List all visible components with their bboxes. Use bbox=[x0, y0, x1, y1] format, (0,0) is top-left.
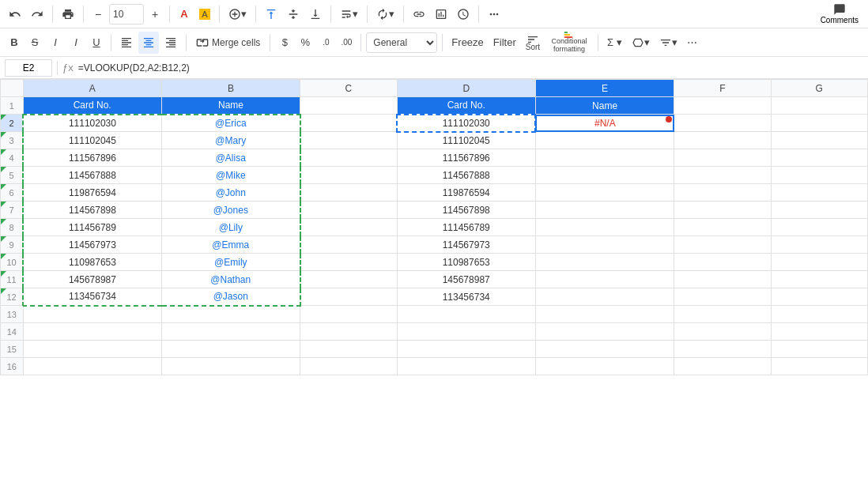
table-cell[interactable]: 111567896 bbox=[23, 149, 161, 167]
table-cell[interactable] bbox=[23, 341, 161, 358]
table-cell[interactable] bbox=[397, 358, 535, 375]
table-cell[interactable] bbox=[771, 288, 867, 306]
col-header-F[interactable]: F bbox=[674, 80, 771, 97]
more2-button[interactable]: ⋯ bbox=[683, 32, 702, 54]
table-cell[interactable] bbox=[771, 149, 867, 167]
font-color-button[interactable]: A bbox=[175, 3, 194, 25]
table-cell[interactable] bbox=[300, 254, 397, 271]
comments-button[interactable]: Comments bbox=[816, 2, 863, 26]
table-cell[interactable] bbox=[161, 358, 300, 375]
table-cell[interactable] bbox=[397, 323, 535, 341]
filter2-button[interactable]: ▾ bbox=[655, 32, 681, 54]
table-cell[interactable] bbox=[771, 236, 867, 254]
table-cell[interactable] bbox=[771, 97, 867, 115]
table-cell[interactable] bbox=[771, 306, 867, 323]
decrease-decimal-button[interactable]: .0 bbox=[316, 32, 335, 54]
table-cell[interactable]: 114567888 bbox=[23, 167, 161, 184]
table-cell[interactable]: 114567888 bbox=[397, 167, 535, 184]
table-cell[interactable] bbox=[771, 132, 867, 149]
col-header-E[interactable]: E bbox=[535, 80, 674, 97]
table-cell[interactable] bbox=[300, 219, 397, 236]
table-cell[interactable]: @Lily bbox=[161, 219, 300, 236]
table-cell[interactable]: Name bbox=[161, 97, 300, 115]
table-cell[interactable] bbox=[161, 341, 300, 358]
table-cell[interactable] bbox=[23, 358, 161, 375]
table-cell[interactable]: 114567973 bbox=[23, 236, 161, 254]
table-cell[interactable] bbox=[771, 167, 867, 184]
table-cell[interactable]: 119876594 bbox=[23, 184, 161, 202]
highlight-button[interactable]: A bbox=[195, 3, 214, 25]
table-cell[interactable] bbox=[674, 323, 771, 341]
table-cell[interactable] bbox=[161, 323, 300, 341]
align-top-button[interactable] bbox=[261, 3, 281, 25]
conditional-formatting-button[interactable]: Conditional formatting bbox=[545, 30, 593, 55]
table-cell[interactable] bbox=[300, 184, 397, 202]
table-cell[interactable]: Card No. bbox=[23, 97, 161, 115]
table-cell[interactable] bbox=[23, 323, 161, 341]
align-center-button[interactable] bbox=[138, 32, 159, 54]
table-cell[interactable] bbox=[397, 341, 535, 358]
table-cell[interactable] bbox=[535, 202, 674, 219]
increase-decimal-button[interactable]: .00 bbox=[337, 32, 356, 54]
table-cell[interactable]: 111567896 bbox=[397, 149, 535, 167]
table-cell[interactable]: @Alisa bbox=[161, 149, 300, 167]
table-cell[interactable] bbox=[535, 219, 674, 236]
table-cell[interactable]: 114567898 bbox=[397, 202, 535, 219]
table-cell[interactable]: #N/A bbox=[535, 115, 674, 132]
table-cell[interactable]: 111102030 bbox=[397, 115, 535, 132]
table-cell[interactable]: 111102045 bbox=[23, 132, 161, 149]
table-cell[interactable] bbox=[674, 202, 771, 219]
table-cell[interactable] bbox=[771, 254, 867, 271]
table-cell[interactable]: @Emma bbox=[161, 236, 300, 254]
table-cell[interactable]: 119876594 bbox=[397, 184, 535, 202]
table-cell[interactable] bbox=[771, 202, 867, 219]
col-header-B[interactable]: B bbox=[161, 80, 300, 97]
link-button[interactable] bbox=[409, 3, 429, 25]
table-cell[interactable] bbox=[674, 288, 771, 306]
align-left-button[interactable] bbox=[116, 32, 137, 54]
table-cell[interactable] bbox=[535, 358, 674, 375]
sum-button[interactable]: Σ ▾ bbox=[603, 32, 626, 54]
table-cell[interactable]: 114567898 bbox=[23, 202, 161, 219]
table-cell[interactable]: Card No. bbox=[397, 97, 535, 115]
table-cell[interactable] bbox=[674, 167, 771, 184]
table-cell[interactable] bbox=[535, 236, 674, 254]
table-cell[interactable] bbox=[300, 341, 397, 358]
table-cell[interactable]: @Erica bbox=[161, 115, 300, 132]
table-cell[interactable] bbox=[535, 167, 674, 184]
table-cell[interactable] bbox=[535, 288, 674, 306]
table-cell[interactable] bbox=[397, 306, 535, 323]
filter-button[interactable]: Filter bbox=[489, 32, 520, 54]
rotate-button[interactable]: ▾ bbox=[372, 3, 398, 25]
table-cell[interactable]: 113456734 bbox=[397, 288, 535, 306]
table-cell[interactable] bbox=[535, 254, 674, 271]
table-cell[interactable] bbox=[674, 358, 771, 375]
table-cell[interactable] bbox=[674, 97, 771, 115]
chart-button[interactable] bbox=[431, 3, 451, 25]
table-cell[interactable]: @Jones bbox=[161, 202, 300, 219]
table-cell[interactable] bbox=[674, 341, 771, 358]
table-cell[interactable]: 110987653 bbox=[23, 254, 161, 271]
italic-button[interactable]: I bbox=[46, 32, 65, 54]
table-cell[interactable] bbox=[771, 341, 867, 358]
table-cell[interactable] bbox=[674, 236, 771, 254]
table-cell[interactable] bbox=[674, 184, 771, 202]
table-cell[interactable]: @Emily bbox=[161, 254, 300, 271]
table-cell[interactable] bbox=[300, 236, 397, 254]
table-cell[interactable] bbox=[535, 306, 674, 323]
table-cell[interactable] bbox=[535, 323, 674, 341]
table-cell[interactable]: @Mike bbox=[161, 167, 300, 184]
align-middle-button[interactable] bbox=[283, 3, 304, 25]
table-cell[interactable] bbox=[771, 219, 867, 236]
clock-button[interactable] bbox=[453, 3, 474, 25]
table-cell[interactable]: 114567973 bbox=[397, 236, 535, 254]
table-cell[interactable] bbox=[771, 184, 867, 202]
bold-button[interactable]: B bbox=[5, 32, 24, 54]
spreadsheet-area[interactable]: A B C D E F G 1Card No.NameCard No.Name2… bbox=[0, 79, 868, 375]
table-cell[interactable] bbox=[300, 149, 397, 167]
table-cell[interactable]: @Jason bbox=[161, 288, 300, 306]
align-bottom-button[interactable] bbox=[305, 3, 326, 25]
table-cell[interactable]: Name bbox=[535, 97, 674, 115]
table-cell[interactable] bbox=[771, 323, 867, 341]
wrap-button[interactable]: ▾ bbox=[336, 3, 362, 25]
